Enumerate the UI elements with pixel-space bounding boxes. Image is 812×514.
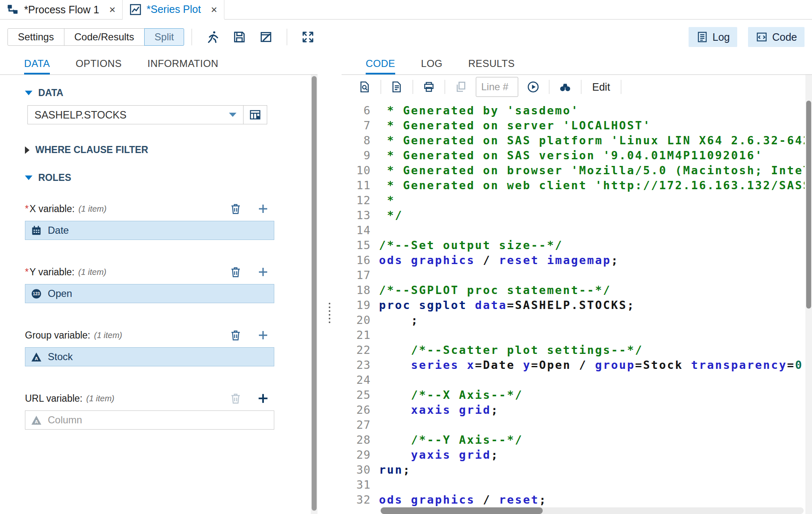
run-button[interactable] <box>202 27 223 47</box>
trash-icon <box>229 266 242 278</box>
delete-variable-button[interactable] <box>229 328 243 342</box>
variable-pill-empty[interactable]: A Column <box>25 410 274 430</box>
close-icon[interactable]: × <box>211 4 217 15</box>
code-text[interactable]: series x=Date y=Open / group=Stock trans… <box>379 358 803 373</box>
panel-splitter[interactable] <box>317 54 342 514</box>
data-section-header[interactable]: DATA <box>25 87 317 99</box>
split-button[interactable]: Split <box>144 28 185 46</box>
plus-icon <box>257 266 269 278</box>
code-text[interactable]: * Generated on web client 'http://172.16… <box>379 178 805 193</box>
dataset-value: SASHELP.STOCKS <box>34 109 126 121</box>
settings-button[interactable]: Settings <box>7 28 64 46</box>
add-variable-button[interactable] <box>256 265 270 279</box>
goto-line-button[interactable] <box>524 77 543 96</box>
code-text[interactable]: */ <box>379 208 403 223</box>
code-text[interactable]: * Generated on server 'LOCALHOST' <box>379 118 651 133</box>
goto-line-input[interactable] <box>476 77 518 97</box>
variable-name: Open <box>48 288 72 299</box>
line-number: 17 <box>342 268 379 283</box>
line-number: 32 <box>342 492 379 507</box>
code-line: 32ods graphics / reset; <box>342 492 805 507</box>
print-button[interactable] <box>419 77 438 96</box>
code-text[interactable]: /*--Set output size--*/ <box>379 238 563 253</box>
add-variable-button[interactable] <box>256 202 270 216</box>
code-text[interactable]: * Generated by 'sasdemo' <box>379 103 579 118</box>
maximize-view-button[interactable] <box>298 27 318 47</box>
code-line: 22 /*--Scatter plot settings--*/ <box>342 343 805 358</box>
code-text[interactable]: /*--X Axis--*/ <box>379 388 523 403</box>
add-variable-button[interactable] <box>256 328 270 342</box>
trash-icon <box>229 392 242 405</box>
scrollbar-thumb[interactable] <box>806 101 811 309</box>
toolbar-separator <box>445 80 445 94</box>
scrollbar-thumb[interactable] <box>381 507 543 514</box>
code-text[interactable]: /*--SGPLOT proc statement--*/ <box>379 283 611 298</box>
tab-log[interactable]: LOG <box>421 54 443 74</box>
tab-results[interactable]: RESULTS <box>468 54 515 74</box>
code-text[interactable]: ods graphics / reset; <box>379 492 547 507</box>
splitter-grip-icon <box>329 303 330 323</box>
tab-information[interactable]: INFORMATION <box>148 54 219 74</box>
dataset-combobox[interactable]: SASHELP.STOCKS <box>27 105 244 124</box>
code-results-button[interactable]: Code/Results <box>64 28 145 46</box>
delete-variable-button[interactable] <box>229 202 243 216</box>
delete-variable-button[interactable] <box>229 265 243 279</box>
line-number: 9 <box>342 148 379 163</box>
line-number: 22 <box>342 343 379 358</box>
code-text[interactable]: ; <box>379 313 419 328</box>
find-button[interactable] <box>556 77 575 96</box>
variable-pill-date[interactable]: Date <box>25 221 274 240</box>
code-text[interactable]: yaxis grid; <box>379 447 499 462</box>
tab-process-flow[interactable]: *Process Flow 1 × <box>0 0 123 19</box>
tab-code[interactable]: CODE <box>366 54 395 74</box>
code-line: 10 * Generated on browser 'Mozilla/5.0 (… <box>342 163 805 178</box>
code-text[interactable]: proc sgplot data=SASHELP.STOCKS; <box>379 298 635 313</box>
log-button[interactable]: Log <box>689 27 738 47</box>
role-group-variable: Group variable: (1 item) A Stock <box>25 328 274 366</box>
where-clause-title: WHERE CLAUSE FILTER <box>35 144 148 156</box>
role-label: Group variable: <box>25 330 90 341</box>
code-text[interactable]: * Generated on SAS platform 'Linux LIN X… <box>379 133 805 148</box>
copy-icon <box>455 81 467 93</box>
line-number: 16 <box>342 253 379 268</box>
code-line: 12 * <box>342 193 805 208</box>
variable-pill-stock[interactable]: A Stock <box>25 347 274 366</box>
code-button[interactable]: Code <box>748 27 805 47</box>
open-in-editor-button[interactable] <box>387 77 406 96</box>
code-preview-button[interactable] <box>355 77 374 96</box>
where-clause-section-header[interactable]: WHERE CLAUSE FILTER <box>25 144 317 156</box>
code-text[interactable]: * Generated on SAS version '9.04.01M4P11… <box>379 148 763 163</box>
main-toolbar: Settings Code/Results Split Log Code <box>0 20 812 54</box>
edit-button[interactable]: Edit <box>592 81 610 93</box>
close-icon[interactable]: × <box>109 4 116 15</box>
code-editor[interactable]: 6 * Generated by 'sasdemo'7 * Generated … <box>342 99 812 514</box>
code-text[interactable]: ods graphics / reset imagemap; <box>379 253 619 268</box>
save-button[interactable] <box>229 27 250 47</box>
roles-section-header[interactable]: ROLES <box>25 172 317 183</box>
role-item-count: (1 item) <box>86 394 114 403</box>
code-text[interactable]: run; <box>379 462 411 477</box>
line-number: 25 <box>342 388 379 403</box>
tab-options[interactable]: OPTIONS <box>76 54 122 74</box>
tab-series-plot[interactable]: *Series Plot × <box>123 0 224 20</box>
select-table-button[interactable] <box>243 105 267 124</box>
code-text[interactable]: * Generated on browser 'Mozilla/5.0 (Mac… <box>379 163 805 178</box>
tab-label: *Series Plot <box>147 3 201 15</box>
line-number: 27 <box>342 418 379 432</box>
code-text[interactable]: /*--Y Axis--*/ <box>379 432 523 447</box>
line-number: 19 <box>342 298 379 313</box>
role-header: * X variable: (1 item) <box>25 202 274 216</box>
tab-data[interactable]: DATA <box>24 54 50 74</box>
printer-icon <box>423 81 435 93</box>
code-text[interactable]: * <box>379 193 395 208</box>
line-number: 18 <box>342 283 379 298</box>
variable-pill-open[interactable]: 123 Open <box>25 284 274 303</box>
add-variable-button[interactable] <box>256 391 270 405</box>
code-text[interactable]: xaxis grid; <box>379 403 499 418</box>
code-line: 29 yaxis grid; <box>342 447 805 462</box>
code-line: 27 <box>342 418 805 432</box>
right-vertical-scrollbar <box>805 75 812 514</box>
scrollbar-thumb[interactable] <box>312 76 317 511</box>
code-text[interactable]: /*--Scatter plot settings--*/ <box>379 343 643 358</box>
clear-results-button[interactable] <box>256 27 276 47</box>
